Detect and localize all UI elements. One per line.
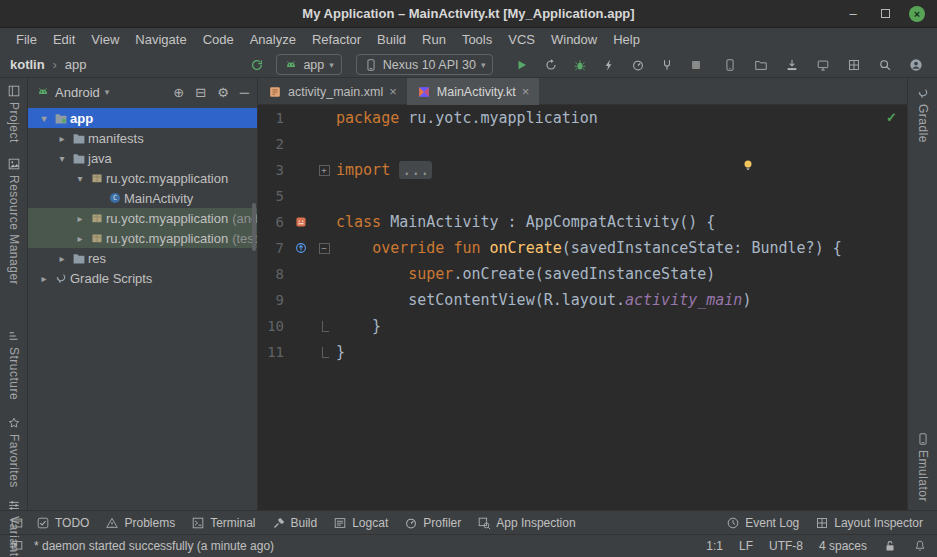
hide-icon[interactable]: ─	[240, 85, 249, 100]
apply-code-changes-icon[interactable]	[600, 56, 618, 74]
caret-position-widget[interactable]: 1:1	[706, 539, 723, 553]
tool-window-button-layout-inspector[interactable]: Layout Inspector	[807, 511, 931, 535]
device-file-explorer-icon[interactable]	[752, 56, 770, 74]
layout-inspector-icon[interactable]	[845, 56, 863, 74]
menu-item-tools[interactable]: Tools	[454, 28, 500, 52]
menu-item-navigate[interactable]: Navigate	[127, 28, 194, 52]
tool-window-button-todo[interactable]: TODO	[28, 511, 97, 535]
avd-manager-icon[interactable]	[814, 56, 832, 74]
minimize-button[interactable]: –	[845, 6, 861, 22]
tree-item-ru-yotc-myapplication-test[interactable]: ▸ru.yotc.myapplication(test)	[28, 228, 257, 248]
menu-item-refactor[interactable]: Refactor	[304, 28, 369, 52]
code-line-3: 3+import ...	[258, 157, 907, 183]
select-opened-file-icon[interactable]: ⊕	[173, 85, 184, 100]
menu-item-view[interactable]: View	[83, 28, 127, 52]
tool-window-button-profiler[interactable]: Profiler	[396, 511, 469, 535]
chevron-down-icon: ▾	[329, 60, 334, 70]
tree-item-mainactivity[interactable]: CMainActivity	[28, 188, 257, 208]
chevron-right-icon[interactable]: ▸	[54, 133, 70, 144]
indent-widget[interactable]: 4 spaces	[819, 539, 867, 553]
tree-item-java[interactable]: ▾java	[28, 148, 257, 168]
chevron-down-icon[interactable]: ▾	[72, 173, 88, 184]
tab-close-icon[interactable]: ×	[522, 85, 530, 98]
tool-button-gradle[interactable]: Gradle	[916, 86, 930, 143]
fold-marker-minus[interactable]: −	[316, 243, 332, 254]
editor-tab-mainactivity-kt[interactable]: MainActivity.kt×	[407, 78, 540, 105]
profile-icon[interactable]	[629, 56, 647, 74]
chevron-down-icon[interactable]: ▾	[36, 113, 52, 124]
menu-item-vcs[interactable]: VCS	[500, 28, 543, 52]
fold-marker-plus[interactable]: +	[316, 165, 332, 176]
tree-item-ru-yotc-myapplication[interactable]: ▾ru.yotc.myapplication	[28, 168, 257, 188]
readonly-lock-icon[interactable]	[883, 539, 897, 553]
android-component-icon[interactable]	[286, 215, 316, 229]
project-view-mode[interactable]: Android	[55, 85, 100, 100]
tool-button-emulator[interactable]: Emulator	[916, 432, 930, 502]
fold-marker-end[interactable]	[316, 321, 332, 332]
breadcrumb-module[interactable]: app	[65, 57, 87, 72]
tree-item-manifests[interactable]: ▸manifests	[28, 128, 257, 148]
tree-item-ru-yotc-myapplication-androidtest[interactable]: ▸ru.yotc.myapplication(androidTest)	[28, 208, 257, 228]
run-icon[interactable]	[513, 56, 531, 74]
tool-window-switcher-icon[interactable]	[10, 539, 24, 553]
menu-item-help[interactable]: Help	[605, 28, 648, 52]
chevron-right-icon[interactable]: ▸	[54, 253, 70, 264]
menu-item-file[interactable]: File	[8, 28, 45, 52]
tree-item-app[interactable]: ▾app	[28, 108, 257, 128]
override-icon[interactable]	[286, 241, 316, 255]
project-scrollbar-thumb[interactable]	[252, 203, 256, 251]
chevron-right-icon[interactable]: ▸	[72, 233, 88, 244]
chevron-right-icon[interactable]: ▸	[36, 273, 52, 284]
breadcrumb-project[interactable]: kotlin	[10, 57, 45, 72]
device-select[interactable]: Nexus 10 API 30 ▾	[356, 54, 494, 75]
stop-icon[interactable]	[687, 56, 705, 74]
menu-item-edit[interactable]: Edit	[45, 28, 83, 52]
settings-icon[interactable]: ⚙	[217, 85, 229, 100]
code-editor[interactable]: 1package ru.yotc.myapplication23+import …	[258, 105, 907, 510]
event-log-icon	[726, 516, 740, 530]
window-icon[interactable]	[6, 516, 28, 530]
editor-tab-activity-main-xml[interactable]: activity_main.xml×	[258, 78, 407, 105]
encoding-widget[interactable]: UTF-8	[769, 539, 803, 553]
tool-window-button-event-log[interactable]: Event Log	[718, 511, 807, 535]
menu-item-analyze[interactable]: Analyze	[242, 28, 304, 52]
menu-item-build[interactable]: Build	[369, 28, 414, 52]
debug-icon[interactable]	[571, 56, 589, 74]
chevron-down-icon[interactable]: ▾	[54, 153, 70, 164]
close-button[interactable]: ×	[909, 6, 925, 22]
tool-window-button-logcat[interactable]: Logcat	[325, 511, 396, 535]
attach-debugger-icon[interactable]	[658, 56, 676, 74]
sdk-manager-icon[interactable]	[783, 56, 801, 74]
menu-item-window[interactable]: Window	[543, 28, 605, 52]
left-tool-stripe: ProjectResource ManagerStructureFavorite…	[0, 78, 28, 510]
tab-close-icon[interactable]: ×	[389, 85, 397, 98]
chevron-right-icon[interactable]: ▸	[72, 213, 88, 224]
tool-button-favorites[interactable]: Favorites	[7, 416, 21, 488]
device-manager-icon[interactable]	[721, 56, 739, 74]
tool-window-button-terminal[interactable]: Terminal	[183, 511, 263, 535]
sync-gradle-icon[interactable]	[248, 56, 266, 74]
intention-bulb-icon[interactable]	[741, 158, 755, 172]
tool-button-structure[interactable]: Structure	[7, 329, 21, 400]
tool-window-button-build[interactable]: Build	[264, 511, 326, 535]
collapse-all-icon[interactable]: ⊟	[195, 85, 206, 100]
line-separator-widget[interactable]: LF	[739, 539, 753, 553]
tool-window-button-label: Logcat	[352, 516, 388, 530]
tool-window-button-app-inspection[interactable]: App Inspection	[469, 511, 583, 535]
inspections-status-icon[interactable]: ✓	[886, 110, 897, 125]
menu-item-run[interactable]: Run	[414, 28, 454, 52]
tree-item-res[interactable]: ▸res	[28, 248, 257, 268]
run-config-select[interactable]: app ▾	[276, 54, 341, 75]
tool-button-resource-manager[interactable]: Resource Manager	[7, 157, 21, 285]
tree-item-gradle-scripts[interactable]: ▸Gradle Scripts	[28, 268, 257, 288]
tool-button-project[interactable]: Project	[7, 84, 21, 143]
code-text: class MainActivity : AppCompatActivity()…	[332, 209, 715, 235]
fold-marker-end[interactable]	[316, 347, 332, 358]
menu-item-code[interactable]: Code	[195, 28, 242, 52]
tool-window-button-problems[interactable]: Problems	[97, 511, 183, 535]
apply-changes-icon[interactable]	[542, 56, 560, 74]
notifications-bell-icon[interactable]	[913, 539, 927, 553]
search-everywhere-icon[interactable]	[876, 56, 894, 74]
user-avatar-icon[interactable]	[907, 56, 925, 74]
maximize-button[interactable]	[877, 6, 893, 22]
